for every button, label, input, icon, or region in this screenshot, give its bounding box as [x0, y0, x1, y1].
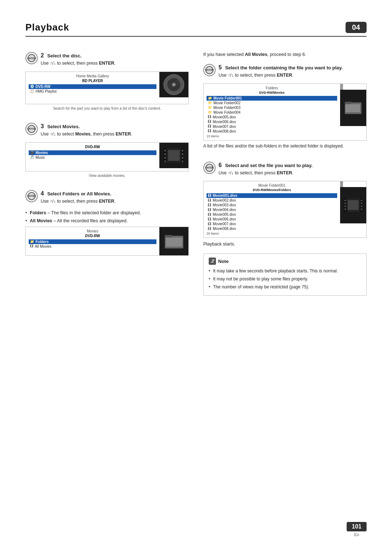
step-6-icon: ENTER [203, 162, 216, 174]
film-image-6 [343, 195, 363, 215]
screen5-item-7: 🎞 Movie008.divx [207, 129, 337, 134]
svg-rect-18 [166, 238, 182, 247]
step-5-right [340, 84, 366, 140]
step-5-header: ENTER 5 Select the folder containing the… [203, 63, 367, 82]
screen2-subtitle: BD PLAYER [29, 79, 156, 83]
scroll-thumb-6 [340, 181, 343, 187]
screen4-item2: 🎞 All Movies [29, 244, 156, 249]
folders-icon: 📁 [30, 240, 34, 243]
disc-icon: 💿 [30, 85, 34, 88]
right-column: If you have selected All Movies, proceed… [203, 51, 367, 307]
step-4-section: ENTER 4 Select Folders or All Movies. Us… [25, 189, 189, 256]
divx-icon-s7: 🎞 [208, 227, 211, 231]
step-3-header: ENTER 3 Select Movies. Use ↑/↓ to select… [25, 122, 189, 141]
step-6-section: ENTER 6 Select and set the file you want… [203, 161, 367, 296]
screen5-item-4: 🎞 Movie005.divx [207, 115, 337, 119]
note-item-2: The number of views may be restricted (p… [209, 284, 361, 290]
screen3-title: DVD-RW [29, 145, 156, 149]
step-5-screen: Folders DVD-RW/Movies 📁 Movie Folder001 … [203, 84, 367, 141]
folder-image [164, 232, 184, 250]
step-6-num: 6 [219, 162, 222, 168]
svg-rect-27 [344, 206, 346, 207]
playlist-icon: 📋 [30, 89, 34, 93]
step-4-screen: Movies DVD-RW 📁 Folders 🎞 All Movies [25, 227, 189, 256]
svg-rect-12 [182, 153, 183, 155]
movies-icon: 🎬 [30, 151, 34, 154]
step-2-section: ENTER 2 Select the disc. Use ↑/↓ to sele… [25, 51, 189, 110]
svg-rect-8 [164, 153, 166, 155]
svg-point-2 [172, 83, 176, 86]
step-3-caption: View available movies. [25, 174, 189, 178]
screen5-item-3: 📁 Movie Folder004 [207, 110, 337, 115]
step-2-title: Select the disc. [46, 53, 82, 58]
screen6-item-0: 🎞 Movie001.divx [207, 193, 337, 198]
divx-icon-s5: 🎞 [208, 218, 211, 221]
step-2-desc: Use ↑/↓ to select, then press ENTER. [41, 60, 115, 67]
note-icon: ℤ [209, 258, 216, 265]
music-icon: 🎵 [30, 155, 34, 159]
enter-button-icon-6: ENTER [205, 164, 213, 172]
screen2-title: Home Media Gallery [29, 74, 156, 78]
step-5-num: 5 [219, 64, 222, 70]
svg-rect-13 [182, 157, 183, 159]
note-item-1: It may not be possible to play some file… [209, 276, 361, 282]
svg-rect-14 [182, 161, 183, 162]
enter-button-icon-4: ENTER [28, 192, 36, 200]
svg-rect-33 [348, 200, 359, 210]
svg-rect-10 [164, 161, 166, 162]
step-5-scrollbar [340, 84, 343, 90]
step-4-icon: ENTER [25, 190, 38, 202]
step-3-screen: DVD-RW 🎬 Movies 🎵 Music [25, 142, 189, 171]
svg-rect-17 [165, 235, 172, 238]
step-2-thumbnail [159, 72, 188, 97]
step-2-caption: Search for the part you want to play fro… [25, 106, 189, 110]
step-4-bullets: Folders – The files in the selected fold… [25, 210, 189, 224]
svg-rect-21 [346, 104, 360, 112]
note-header: ℤ Note [209, 258, 361, 265]
scroll-thumb-5 [340, 84, 343, 90]
step-5-subfolder-note: A list of the files and/or the sub-folde… [203, 143, 367, 149]
svg-rect-30 [361, 203, 362, 204]
screen3-item1: 🎬 Movies [29, 150, 156, 155]
svg-rect-9 [164, 157, 166, 159]
svg-rect-29 [361, 200, 362, 201]
step-4-thumbnail [159, 227, 188, 255]
header-bar: Playback 04 [25, 22, 367, 37]
film-image [163, 145, 185, 166]
screen6-item-6: 🎞 Movie007.divx [207, 222, 337, 226]
screen4-subtitle: DVD-RW [29, 234, 156, 238]
svg-rect-11 [182, 150, 183, 151]
screen6-count: 20 items [207, 232, 337, 235]
divx-icon-4: 🎞 [208, 115, 211, 119]
step-3-title: Select Movies. [46, 124, 80, 129]
divx-icon-s6: 🎞 [208, 222, 211, 226]
left-column: ENTER 2 Select the disc. Use ↑/↓ to sele… [25, 51, 189, 307]
step-3-section: ENTER 3 Select Movies. Use ↑/↓ to select… [25, 122, 189, 178]
step-6-thumbnail [340, 187, 366, 223]
svg-rect-25 [344, 200, 346, 201]
step-5-icon: ENTER [203, 64, 216, 76]
step-6-screen: Movie Folder001 DVD-RW/Movies/Folders 🎞 … [203, 181, 367, 238]
divx-icon-s2: 🎞 [208, 203, 211, 207]
svg-rect-32 [361, 208, 362, 210]
step-4-num: 4 [41, 190, 44, 197]
screen4-item1: 📁 Folders [29, 239, 156, 244]
screen2-item2: 📋 HMG Playlist [29, 89, 156, 94]
step-2-num: 2 [41, 52, 44, 58]
screen5-item-5: 🎞 Movie006.divx [207, 119, 337, 124]
step-6-header: ENTER 6 Select and set the file you want… [203, 161, 367, 179]
step-6-desc: Use ↑/↓ to select, then press ENTER. [219, 170, 313, 177]
note-list: It may take a few seconds before playbac… [209, 268, 361, 290]
svg-rect-7 [164, 150, 166, 151]
screen6-item-5: 🎞 Movie006.divx [207, 217, 337, 222]
step-2-screen: Home Media Gallery BD PLAYER 💿 DVD-RW 📋 … [25, 72, 189, 104]
step-6-screen-content: Movie Folder001 DVD-RW/Movies/Folders 🎞 … [204, 181, 340, 238]
svg-rect-20 [345, 102, 351, 104]
folder-icon-1: 📁 [208, 101, 212, 105]
all-movies-icon: 🎞 [30, 244, 33, 248]
step-4-desc: Use ↑/↓ to select, then press ENTER. [41, 198, 115, 205]
page-container: Playback 04 ENTER 2 Select the disc. Use [0, 0, 392, 555]
step-5-desc: Use ↑/↓ to select, then press ENTER. [219, 72, 343, 79]
screen5-title: Folders [207, 86, 337, 90]
step-2-icon: ENTER [25, 52, 38, 64]
